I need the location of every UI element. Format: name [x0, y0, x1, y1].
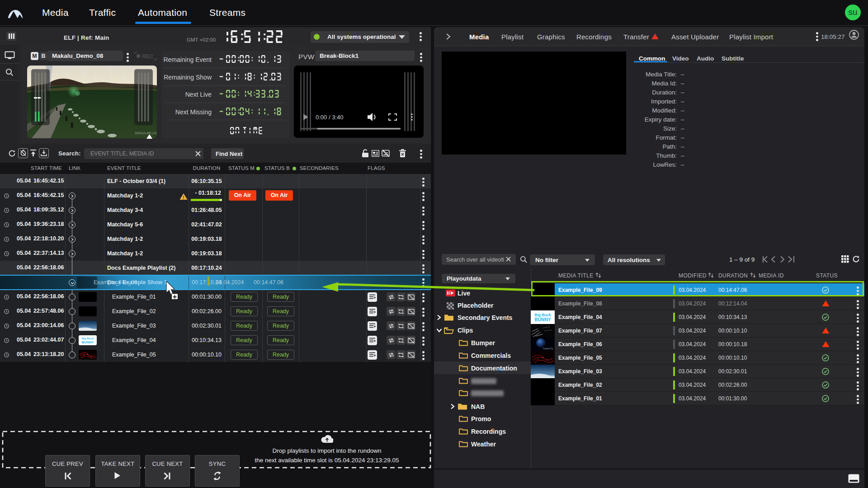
svg-text:CopperCty: CopperCty	[543, 347, 554, 350]
svg-text:0:00 / 3:40: 0:00 / 3:40	[316, 114, 343, 121]
svg-text:Big Buck: Big Buck	[82, 337, 94, 340]
svg-text:SINGULAR.LIVE: SINGULAR.LIVE	[135, 131, 157, 135]
svg-text:REC: REC	[142, 53, 154, 60]
svg-text:BUNNY: BUNNY	[534, 317, 551, 322]
svg-text:Big Buck: Big Buck	[534, 313, 551, 317]
svg-text:BUNNY: BUNNY	[82, 340, 94, 344]
